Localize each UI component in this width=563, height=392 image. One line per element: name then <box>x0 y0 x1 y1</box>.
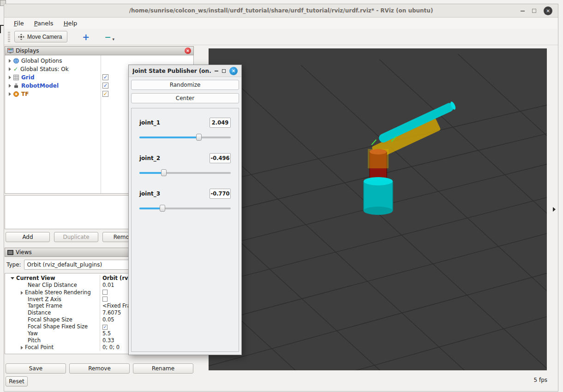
robot-model-icon <box>13 83 19 89</box>
property-label: Enable Stereo Rendering <box>25 289 91 296</box>
slider-fill <box>139 208 162 209</box>
joint-name: joint_2 <box>139 155 160 161</box>
slider-fill <box>139 137 199 138</box>
joint-name: joint_3 <box>139 190 160 197</box>
grid-icon <box>13 75 19 80</box>
display-label: Global Status: Ok <box>20 66 69 72</box>
move-camera-icon <box>18 34 24 40</box>
display-label: Global Options <box>21 58 62 64</box>
maximize-icon[interactable] <box>222 69 226 73</box>
tf-icon <box>13 91 19 97</box>
slider-handle[interactable] <box>161 169 167 176</box>
close-icon[interactable]: × <box>229 67 238 75</box>
expand-arrow-icon[interactable] <box>9 59 11 63</box>
joint-1-slider[interactable] <box>139 134 231 141</box>
maximize-icon[interactable] <box>532 9 536 13</box>
joint-1-control: joint_1 2.049 <box>139 118 231 141</box>
property-label: Invert Z Axis <box>28 296 61 303</box>
toolbar: Move Camera + − ▾ <box>4 29 558 45</box>
add-tool-icon[interactable]: + <box>79 32 92 42</box>
check-icon: ✓ <box>103 325 107 329</box>
invert-z-checkbox[interactable] <box>102 297 108 302</box>
add-display-button[interactable]: Add <box>6 232 50 242</box>
joint-3-control: joint_3 -0.770 <box>139 189 231 212</box>
expand-arrow-icon[interactable] <box>21 291 23 295</box>
remove-tool-icon[interactable]: − <box>103 32 112 42</box>
status-ok-icon: ✓ <box>13 66 18 72</box>
remove-view-button[interactable]: Remove <box>69 363 130 374</box>
stray-panel-corner <box>0 25 4 33</box>
displays-panel-header[interactable]: Displays × <box>5 46 194 55</box>
grid-enabled-checkbox[interactable]: ✓ <box>102 74 108 80</box>
chevron-down-icon[interactable]: ▾ <box>113 37 115 42</box>
slider-handle[interactable] <box>160 205 165 212</box>
displays-icon <box>7 48 13 53</box>
viewport-scene <box>209 48 547 370</box>
robotmodel-enabled-checkbox[interactable]: ✓ <box>102 83 108 89</box>
views-buttons: Save Remove Rename <box>6 363 193 374</box>
property-label: Distance <box>28 309 51 316</box>
display-label: Grid <box>21 74 34 81</box>
titlebar[interactable]: /home/sunrise/colcon_ws/install/urdf_tut… <box>4 4 558 18</box>
expand-arrow-icon[interactable] <box>9 76 11 79</box>
fps-counter: 5 fps <box>526 377 547 383</box>
menu-file[interactable]: File <box>10 18 28 28</box>
window-title: /home/sunrise/colcon_ws/install/urdf_tut… <box>129 7 433 14</box>
reset-row: Reset <box>6 376 28 386</box>
property-label: Near Clip Distance <box>28 282 77 289</box>
joint-value-field[interactable]: -0.496 <box>210 153 231 163</box>
menu-help[interactable]: Help <box>60 18 82 28</box>
joint-3-slider[interactable] <box>139 205 231 212</box>
displays-close-icon[interactable]: × <box>185 48 191 54</box>
jsp-titlebar[interactable]: Joint State Publisher (on... × <box>129 65 241 77</box>
check-icon: ✓ <box>103 83 108 88</box>
expand-arrow-icon[interactable] <box>9 67 11 71</box>
menu-panels[interactable]: Panels <box>30 18 58 28</box>
joint-value-field[interactable]: -0.770 <box>210 189 231 199</box>
minimize-icon[interactable] <box>215 71 218 71</box>
menubar: File Panels Help <box>4 18 558 29</box>
property-label: Yaw <box>28 330 38 337</box>
joint-state-publisher-window[interactable]: Joint State Publisher (on... × Randomize… <box>128 65 242 355</box>
views-panel-title: Views <box>16 249 32 255</box>
render-viewport[interactable] <box>209 48 547 370</box>
expand-arrow-icon[interactable] <box>21 346 23 350</box>
joint-sliders-frame: joint_1 2.049 joint_2 -0.496 <box>131 108 239 352</box>
views-icon <box>7 250 13 255</box>
rename-view-button[interactable]: Rename <box>133 363 193 374</box>
panel-expand-arrow-icon[interactable] <box>553 207 556 212</box>
collapse-arrow-icon[interactable] <box>11 277 14 279</box>
toolbar-grip[interactable] <box>8 32 10 42</box>
property-label: Focal Shape Fixed Size <box>28 323 88 330</box>
slider-handle[interactable] <box>196 134 202 141</box>
display-label: RobotModel <box>21 83 59 89</box>
save-view-button[interactable]: Save <box>6 363 66 374</box>
joint-value-field[interactable]: 2.049 <box>210 118 231 128</box>
move-camera-tool-button[interactable]: Move Camera <box>14 31 67 42</box>
expand-arrow-icon[interactable] <box>9 84 11 88</box>
displays-panel-title: Displays <box>16 48 39 54</box>
property-label: Target Frame <box>28 303 62 309</box>
window-controls: × <box>521 4 552 18</box>
display-row-global-options[interactable]: Global Options <box>5 57 193 65</box>
stereo-checkbox[interactable] <box>102 290 108 295</box>
center-button[interactable]: Center <box>131 93 239 103</box>
randomize-button[interactable]: Randomize <box>131 80 239 90</box>
property-label: Focal Shape Size <box>28 316 72 323</box>
jsp-title: Joint State Publisher (on... <box>132 68 211 74</box>
tf-enabled-checkbox[interactable]: ✓ <box>102 91 108 97</box>
global-options-icon <box>13 58 19 64</box>
expand-arrow-icon[interactable] <box>9 92 11 96</box>
slider-fill <box>139 172 164 174</box>
minimize-icon[interactable] <box>521 11 525 12</box>
display-label: TF <box>21 91 29 97</box>
joint-2-slider[interactable] <box>139 169 231 176</box>
move-camera-label: Move Camera <box>27 34 62 40</box>
close-icon[interactable]: × <box>544 6 552 15</box>
focal-fixed-size-checkbox[interactable]: ✓ <box>102 325 108 330</box>
displays-buttons: Add Duplicate Remove <box>6 232 147 242</box>
property-label: Focal Point <box>25 344 54 351</box>
duplicate-display-button[interactable]: Duplicate <box>54 232 98 242</box>
joint-name: joint_1 <box>139 119 160 126</box>
reset-button[interactable]: Reset <box>6 376 28 386</box>
